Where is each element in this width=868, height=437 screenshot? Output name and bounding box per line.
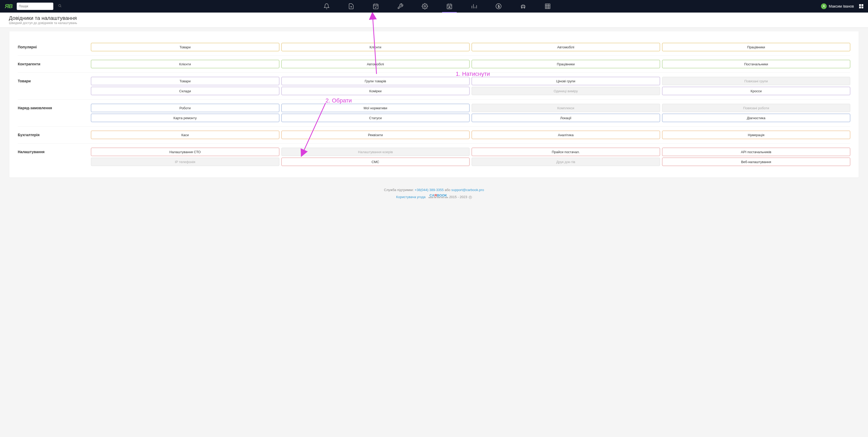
directory-button[interactable]: Нумерація (662, 131, 850, 139)
section: ТовариТовариГрупи товарівЦінові групиПов… (18, 73, 850, 100)
nav-bell-icon[interactable] (321, 0, 332, 12)
directory-button: Повязані групи (662, 77, 850, 85)
section-buttons: КасиРеквізитиАналітикаНумерація (91, 131, 850, 139)
section-label: Товари (18, 77, 91, 83)
directory-button[interactable]: Аналітика (472, 131, 660, 139)
directory-button[interactable]: Працівники (662, 43, 850, 51)
directory-button[interactable]: Каси (91, 131, 279, 139)
footer-agreement-link[interactable]: Користувача угода (396, 195, 425, 199)
section: ПопулярніТовариКлієнтиАвтомобіліПрацівни… (18, 39, 850, 56)
section-label: Контрагенти (18, 60, 91, 66)
directory-button[interactable]: Статуси (281, 114, 470, 122)
directory-button: Друк док-тів (472, 158, 660, 166)
footer-email-link[interactable]: support@carbook.pro (451, 188, 484, 192)
section-label: Популярні (18, 43, 91, 49)
directory-button[interactable]: Товари (91, 43, 279, 51)
nav-icons (53, 0, 821, 12)
annotation-label-2: 2. Обрати (326, 97, 352, 104)
directory-button: IP телефонія (91, 158, 279, 166)
button-row: IP телефоніяСМСДрук док-тівВеб-налаштува… (91, 158, 850, 166)
directory-button[interactable]: Цінові групи (472, 77, 660, 85)
nav-calendar-check-icon[interactable] (370, 0, 381, 12)
svg-rect-22 (545, 4, 550, 9)
nav-settings-icon[interactable] (419, 0, 431, 12)
directory-button: Повязані роботи (662, 104, 850, 112)
directory-button[interactable]: Групи товарів (281, 77, 470, 85)
page-subtitle: Швидкий доступ до довідників та налаштув… (9, 21, 859, 25)
annotation-label-1: 1. Натиснути (456, 70, 490, 77)
button-row: СкладиКоміркиОдиниці виміруКросси (91, 87, 850, 95)
directory-button[interactable]: Локації (472, 114, 660, 122)
button-row: Карта ремонтуСтатусиЛокаціїДіагностика (91, 114, 850, 122)
directory-button[interactable]: Автомобілі (472, 43, 660, 51)
button-row: КасиРеквізитиАналітикаНумерація (91, 131, 850, 139)
section: БухгалтеріяКасиРеквізитиАналітикаНумерац… (18, 126, 850, 144)
copyright-icon: R (469, 196, 472, 199)
directory-button[interactable]: Склади (91, 87, 279, 95)
directory-button[interactable]: API постачальників (662, 148, 850, 156)
section-label: Налаштування (18, 148, 91, 154)
directory-button[interactable]: Реквізити (281, 131, 470, 139)
button-row: РоботиМої нормативиКомплексиПовязані роб… (91, 104, 850, 112)
directory-button[interactable]: Клієнти (91, 60, 279, 68)
user-section[interactable]: Максим Іванов (821, 3, 863, 9)
svg-point-8 (424, 5, 426, 7)
page-title: Довідники та налаштування (9, 15, 859, 21)
section: НалаштуванняНалаштування СТОНалаштування… (18, 144, 850, 170)
directory-button[interactable]: Працівники (472, 60, 660, 68)
directory-button[interactable]: Мої нормативи (281, 104, 470, 112)
section-buttons: Налаштування СТОНалаштування юзерівПрайс… (91, 148, 850, 166)
directory-button[interactable]: Клієнти (281, 43, 470, 51)
directory-button[interactable]: СМС (281, 158, 470, 166)
section: КонтрагентиКлієнтиАвтомобіліПрацівникиПо… (18, 56, 850, 73)
directory-button[interactable]: Веб-налаштування (662, 158, 850, 166)
apps-icon[interactable] (859, 4, 863, 8)
directory-button: Комплекси (472, 104, 660, 112)
header-bar: ЯB Максим Іванов (0, 0, 868, 12)
avatar (821, 3, 827, 9)
directory-button[interactable]: Прайси постачал. (472, 148, 660, 156)
nav-wrench-icon[interactable] (395, 0, 406, 12)
button-row: КлієнтиАвтомобіліПрацівникиПостачальники (91, 60, 850, 68)
svg-point-19 (521, 7, 522, 8)
directory-button[interactable]: Товари (91, 77, 279, 85)
button-row: ТовариКлієнтиАвтомобіліПрацівники (91, 43, 850, 51)
directory-button[interactable]: Діагностика (662, 114, 850, 122)
directory-button[interactable]: Автомобілі (281, 60, 470, 68)
directory-button[interactable]: Роботи (91, 104, 279, 112)
footer-support-label: Служба підтримки: (384, 188, 415, 192)
section: Наряд-замовленняРоботиМої нормативиКомпл… (18, 100, 850, 126)
search-input[interactable] (19, 4, 58, 8)
search-box[interactable] (17, 3, 53, 10)
button-row: ТовариГрупи товарівЦінові групиПовязані … (91, 77, 850, 85)
directory-button[interactable]: Постачальники (662, 60, 850, 68)
footer-years: 2015 - 2023 (449, 195, 468, 199)
directory-button[interactable]: Комірки (281, 87, 470, 95)
directory-button[interactable]: Карта ремонту (91, 114, 279, 122)
section-buttons: РоботиМої нормативиКомплексиПовязані роб… (91, 104, 850, 122)
directory-button: Одиниці виміру (472, 87, 660, 95)
directory-button: Налаштування юзерів (281, 148, 470, 156)
section-label: Бухгалтерія (18, 131, 91, 137)
button-row: Налаштування СТОНалаштування юзерівПрайс… (91, 148, 850, 156)
app-logo: ЯB (5, 3, 12, 10)
content-panel: ПопулярніТовариКлієнтиАвтомобіліПрацівни… (9, 31, 859, 178)
directory-button[interactable]: Налаштування СТО (91, 148, 279, 156)
section-buttons: ТовариГрупи товарівЦінові групиПовязані … (91, 77, 850, 95)
nav-car-icon[interactable] (517, 0, 529, 12)
section-buttons: ТовариКлієнтиАвтомобіліПрацівники (91, 43, 850, 51)
svg-point-27 (823, 5, 825, 6)
directory-button[interactable]: Кросси (662, 87, 850, 95)
footer-phone-link[interactable]: +38(044) 389-3355 (415, 188, 444, 192)
nav-grid-icon[interactable] (542, 0, 553, 12)
svg-rect-4 (373, 4, 378, 9)
title-bar: Довідники та налаштування Швидкий доступ… (0, 12, 868, 28)
nav-chart-icon[interactable] (468, 0, 480, 12)
footer: Служба підтримки: +38(044) 389-3355 або … (0, 178, 868, 204)
nav-directory-icon[interactable] (444, 0, 455, 12)
footer-or: або (444, 188, 451, 192)
nav-newdoc-icon[interactable] (345, 0, 357, 12)
section-label: Наряд-замовлення (18, 104, 91, 110)
user-name: Максим Іванов (829, 4, 854, 8)
nav-money-icon[interactable] (493, 0, 504, 12)
